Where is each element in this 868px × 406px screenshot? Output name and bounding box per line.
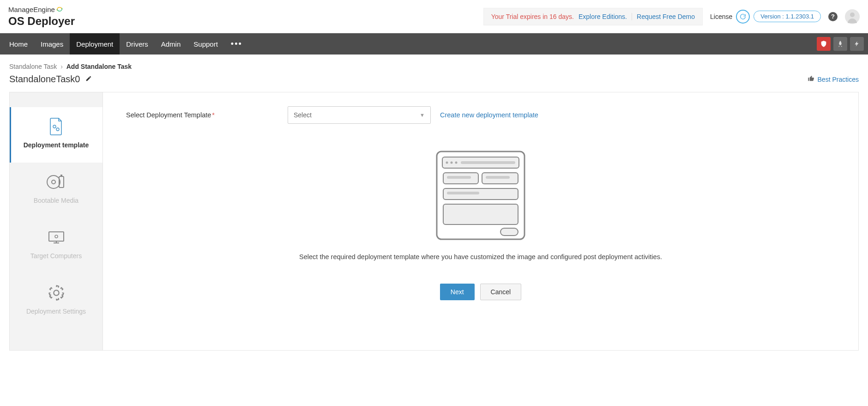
bootable-media-icon [46, 174, 66, 190]
svg-rect-7 [49, 232, 64, 241]
logo-swirl-icon [56, 6, 63, 15]
step-label: Target Computers [30, 252, 82, 260]
deployment-settings-icon [48, 285, 64, 301]
breadcrumb-parent[interactable]: Standalone Task [9, 63, 57, 70]
template-description: Select the required deployment template … [126, 253, 835, 261]
logo[interactable]: ManageEngine OS Deployer [8, 6, 75, 28]
svg-point-3 [47, 176, 60, 188]
license-block: License Version : 1.1.2303.1 [710, 10, 821, 24]
breadcrumb-separator-icon: › [60, 63, 63, 70]
thumbs-up-icon [808, 75, 815, 84]
wizard-steps: Deployment template Bootable Media Targe… [10, 92, 103, 350]
version-badge[interactable]: Version : 1.1.2303.1 [753, 11, 821, 22]
help-icon[interactable]: ? [828, 12, 838, 21]
next-button[interactable]: Next [440, 284, 475, 300]
nav-more-icon[interactable]: ••• [224, 39, 249, 49]
svg-rect-6 [60, 175, 62, 177]
step-label: Bootable Media [34, 197, 78, 204]
action-buttons: Next Cancel [126, 284, 835, 300]
nav-home[interactable]: Home [3, 33, 34, 55]
chevron-down-icon: ▼ [420, 112, 425, 118]
user-avatar[interactable] [845, 9, 860, 24]
template-select-row: Select Deployment Template* Select ▼ Cre… [126, 106, 835, 124]
svg-point-0 [850, 12, 855, 17]
app-header: ManageEngine OS Deployer Your Trial expi… [0, 0, 868, 33]
template-illustration [126, 147, 835, 244]
svg-rect-22 [500, 228, 518, 236]
svg-rect-20 [447, 192, 479, 194]
nav-support[interactable]: Support [187, 33, 224, 55]
svg-point-8 [55, 235, 58, 238]
svg-point-13 [455, 162, 458, 164]
explore-editions-link[interactable]: Explore Editions. [579, 13, 627, 20]
step-bootable-media[interactable]: Bootable Media [10, 163, 102, 218]
logo-product: OS Deployer [8, 15, 75, 27]
svg-point-4 [52, 180, 55, 184]
svg-rect-21 [443, 204, 518, 224]
refresh-icon[interactable] [736, 10, 750, 24]
logo-brand: ManageEngine [8, 6, 55, 14]
nav-admin[interactable]: Admin [155, 33, 187, 55]
deployment-template-icon [48, 118, 64, 135]
best-practices-link[interactable]: Best Practices [808, 75, 859, 84]
nav-drivers[interactable]: Drivers [120, 33, 155, 55]
wizard-container: Deployment template Bootable Media Targe… [9, 92, 859, 351]
svg-point-2 [56, 128, 59, 131]
svg-point-1 [53, 125, 56, 128]
page-content: Standalone Task › Add Standalone Task St… [0, 55, 868, 359]
required-star-icon: * [212, 111, 215, 119]
svg-rect-18 [486, 176, 510, 179]
nav-deployment[interactable]: Deployment [70, 33, 120, 55]
best-practices-label: Best Practices [818, 76, 859, 83]
svg-rect-16 [447, 176, 471, 179]
trial-expiry-text: Your Trial expires in 16 days. [491, 13, 574, 20]
trial-notice: Your Trial expires in 16 days. Explore E… [483, 8, 703, 25]
target-computers-icon [47, 229, 66, 246]
breadcrumb: Standalone Task › Add Standalone Task [9, 63, 859, 70]
page-title: StandaloneTask0 [9, 74, 80, 85]
nav-images[interactable]: Images [34, 33, 70, 55]
bolt-icon[interactable] [850, 37, 864, 51]
breadcrumb-current: Add Standalone Task [66, 63, 132, 70]
header-right: Your Trial expires in 16 days. Explore E… [483, 8, 860, 25]
cancel-button[interactable]: Cancel [480, 284, 522, 300]
main-nav: Home Images Deployment Drivers Admin Sup… [0, 33, 868, 55]
select-placeholder: Select [294, 111, 312, 119]
rocket-icon[interactable] [833, 37, 847, 51]
svg-point-11 [446, 162, 448, 164]
wizard-body: Select Deployment Template* Select ▼ Cre… [103, 92, 858, 350]
template-select-label: Select Deployment Template* [126, 111, 278, 119]
license-link[interactable]: License [710, 13, 732, 20]
svg-rect-14 [461, 161, 515, 164]
step-label: Deployment Settings [26, 308, 86, 315]
shield-icon[interactable] [817, 37, 831, 51]
request-demo-link[interactable]: Request Free Demo [632, 13, 695, 20]
svg-point-12 [451, 162, 453, 164]
step-label: Deployment template [24, 141, 89, 149]
step-deployment-settings[interactable]: Deployment Settings [10, 273, 102, 329]
title-row: StandaloneTask0 Best Practices [9, 74, 859, 85]
step-deployment-template[interactable]: Deployment template [10, 107, 102, 163]
edit-title-icon[interactable] [85, 75, 92, 83]
template-select[interactable]: Select ▼ [288, 106, 431, 124]
step-target-computers[interactable]: Target Computers [10, 218, 102, 273]
create-template-link[interactable]: Create new deployment template [440, 111, 538, 119]
